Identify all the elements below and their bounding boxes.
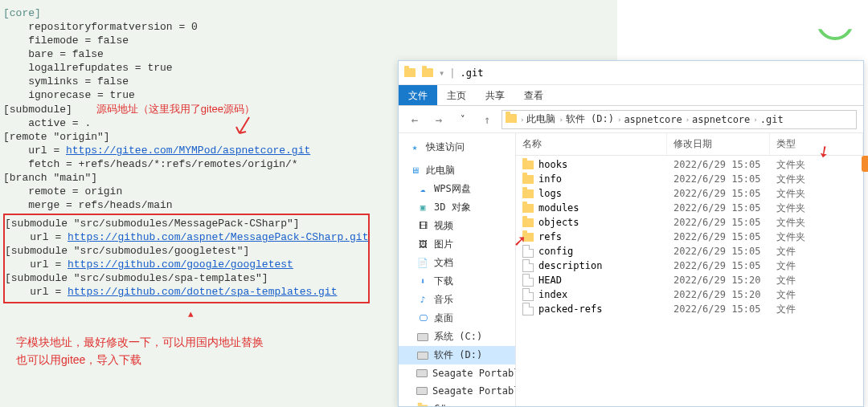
- sidebar-item[interactable]: ▣3D 对象: [399, 198, 515, 217]
- breadcrumb-item[interactable]: 软件 (D:): [566, 112, 614, 126]
- folder-icon: [522, 175, 534, 184]
- file-icon: [522, 288, 534, 301]
- file-type: 文件: [770, 303, 863, 316]
- file-row[interactable]: objects2022/6/29 15:05文件夹: [516, 215, 863, 230]
- file-type: 文件: [770, 259, 863, 273]
- file-row[interactable]: hooks2022/6/29 15:05文件夹: [516, 157, 863, 172]
- sidebar-item[interactable]: Seagate Portabl: [399, 382, 515, 400]
- cloud-icon: ☁: [416, 183, 429, 196]
- highlighted-submodules-box: [submodule "src/submodules/MessagePack-C…: [3, 214, 370, 303]
- annotation-source-address: 源码地址（这里我用了gitee源码）: [96, 103, 255, 115]
- url-googletest[interactable]: https://github.com/google/googletest: [68, 258, 293, 271]
- sidebar-this-pc[interactable]: 🖥此电脑: [399, 161, 515, 180]
- file-name: modules: [538, 202, 579, 214]
- up-button[interactable]: ↑: [477, 110, 497, 129]
- sidebar-item[interactable]: ♪音乐: [399, 291, 515, 309]
- file-icon: [522, 274, 534, 287]
- file-row[interactable]: packed-refs2022/6/29 15:05文件: [516, 302, 863, 316]
- breadcrumb-item[interactable]: .git: [760, 114, 784, 125]
- file-date: 2022/6/29 15:05: [667, 188, 770, 199]
- file-date: 2022/6/29 15:20: [667, 275, 770, 286]
- decorative-circle-icon: [817, 3, 854, 40]
- file-type: 文件: [770, 274, 863, 287]
- file-row[interactable]: modules2022/6/29 15:05文件夹: [516, 201, 863, 215]
- breadcrumb-item[interactable]: 此电脑: [526, 112, 555, 126]
- folder-icon: [522, 204, 534, 213]
- sidebar-label: 文档: [434, 256, 453, 270]
- video-icon: 🎞: [416, 220, 429, 233]
- sidebar-item[interactable]: 📄文档: [399, 254, 515, 272]
- folder-icon: [522, 161, 534, 169]
- music-icon: ♪: [416, 294, 429, 307]
- sidebar-item[interactable]: 系统 (C:): [399, 328, 515, 346]
- code-line: url =: [5, 286, 68, 298]
- breadcrumb-item[interactable]: aspnetcore: [624, 114, 682, 125]
- sidebar-quick-access[interactable]: ★快速访问: [399, 138, 515, 157]
- desktop-icon: 🖵: [416, 312, 429, 325]
- code-line: [submodule "src/submodules/spa-templates…: [5, 271, 368, 285]
- file-row[interactable]: info2022/6/29 15:05文件夹: [516, 172, 863, 186]
- file-name: index: [538, 289, 567, 300]
- column-date[interactable]: 修改日期: [667, 133, 770, 155]
- ribbon-tab-share[interactable]: 共享: [476, 85, 514, 105]
- sidebar-item-selected[interactable]: 软件 (D:): [399, 346, 515, 364]
- sidebar-label: 桌面: [434, 311, 453, 325]
- code-line: url =: [5, 231, 68, 243]
- code-line: filemode = false: [3, 34, 614, 47]
- column-name[interactable]: 名称: [516, 133, 667, 155]
- decorative-side-tab: [862, 156, 868, 172]
- sidebar-label: C#: [434, 403, 445, 406]
- sidebar-item[interactable]: 🎞视频: [399, 217, 515, 235]
- drive-icon: [416, 385, 428, 397]
- file-type: 文件夹: [770, 216, 863, 230]
- file-row[interactable]: refs2022/6/29 15:05文件夹: [516, 230, 863, 244]
- file-row[interactable]: logs2022/6/29 15:05文件夹: [516, 186, 863, 201]
- sidebar-item[interactable]: Seagate Portabl: [399, 364, 515, 382]
- file-row[interactable]: config2022/6/29 15:05文件: [516, 244, 863, 258]
- folder-icon: [403, 67, 416, 79]
- chevron-down-icon[interactable]: ▾: [439, 67, 444, 79]
- file-icon: [522, 245, 534, 258]
- file-type: 文件夹: [770, 230, 863, 244]
- url-gitee-aspnetcore[interactable]: https://gitee.com/MYMPod/aspnetcore.git: [66, 144, 310, 157]
- sidebar-item[interactable]: ☁WPS网盘: [399, 180, 515, 198]
- file-row[interactable]: index2022/6/29 15:20文件: [516, 287, 863, 302]
- file-name: packed-refs: [538, 303, 602, 315]
- file-date: 2022/6/29 15:05: [667, 217, 770, 228]
- address-row: ← → ˅ ↑ ›此电脑 ›软件 (D:) ›aspnetcore ›aspne…: [399, 106, 863, 133]
- sidebar-item[interactable]: C#: [399, 400, 515, 406]
- titlebar[interactable]: ▾ | .git: [399, 61, 863, 85]
- file-date: 2022/6/29 15:20: [667, 289, 770, 300]
- sidebar-item[interactable]: ⬇下载: [399, 272, 515, 291]
- section-submodule: [submodule]: [3, 104, 72, 116]
- sidebar-item[interactable]: 🖼图片: [399, 235, 515, 254]
- breadcrumb-item[interactable]: aspnetcore: [692, 114, 750, 125]
- drive-icon: [416, 367, 428, 380]
- code-line: bare = false: [3, 47, 614, 61]
- sidebar-label: Seagate Portabl: [432, 385, 516, 397]
- ribbon-tab-home[interactable]: 主页: [437, 85, 476, 105]
- back-button[interactable]: ←: [405, 110, 424, 129]
- file-name: info: [538, 173, 562, 185]
- ribbon-tab-view[interactable]: 查看: [514, 85, 553, 105]
- forward-button[interactable]: →: [429, 110, 448, 129]
- code-line: url =: [5, 258, 68, 271]
- file-date: 2022/6/29 15:05: [667, 231, 770, 242]
- file-row[interactable]: HEAD2022/6/29 15:20文件: [516, 273, 863, 287]
- folder-icon: [522, 233, 534, 242]
- file-date: 2022/6/29 15:05: [667, 159, 770, 170]
- sidebar-item[interactable]: 🖵桌面: [399, 309, 515, 328]
- section-core: [core]: [3, 7, 41, 19]
- chevron-down-icon[interactable]: ˅: [453, 110, 473, 129]
- folder-icon: [416, 402, 429, 406]
- column-type[interactable]: 类型: [770, 133, 863, 155]
- url-spa-templates[interactable]: https://github.com/dotnet/spa-templates.…: [68, 286, 337, 298]
- code-line: repositoryformatversion = 0: [3, 20, 614, 34]
- address-bar[interactable]: ›此电脑 ›软件 (D:) ›aspnetcore ›aspnetcore ›.…: [502, 110, 857, 129]
- file-name: logs: [538, 188, 562, 199]
- sidebar-label: 系统 (C:): [434, 330, 482, 344]
- url-messagepack[interactable]: https://github.com/aspnet/MessagePack-CS…: [68, 231, 368, 243]
- file-row[interactable]: description2022/6/29 15:05文件: [516, 258, 863, 273]
- pc-icon: 🖥: [408, 165, 421, 177]
- ribbon-tab-file[interactable]: 文件: [399, 85, 437, 105]
